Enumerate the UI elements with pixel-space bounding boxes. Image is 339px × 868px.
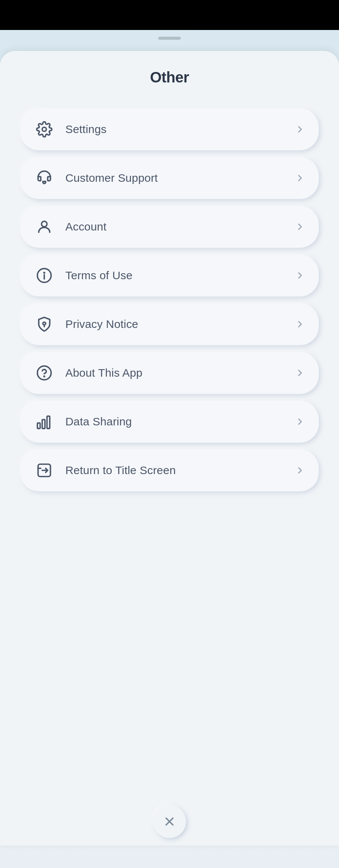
svg-point-0 xyxy=(42,127,46,132)
bottom-spacer xyxy=(0,491,339,566)
menu-item-data-sharing[interactable]: Data Sharing xyxy=(20,401,319,443)
customer-support-chevron xyxy=(295,173,305,183)
screen-wrapper: Other Settings xyxy=(0,30,339,868)
privacy-icon xyxy=(34,314,55,335)
status-bar xyxy=(0,0,339,30)
account-chevron xyxy=(295,221,305,232)
close-button-area xyxy=(0,805,339,838)
menu-item-settings[interactable]: Settings xyxy=(20,108,319,150)
settings-label: Settings xyxy=(65,123,106,136)
menu-list: Settings Cust xyxy=(20,108,319,491)
close-icon xyxy=(163,815,176,828)
settings-icon xyxy=(34,119,55,140)
info-icon xyxy=(34,265,55,286)
menu-item-about-this-app[interactable]: About This App xyxy=(20,352,319,394)
chart-icon xyxy=(34,411,55,432)
terms-chevron xyxy=(295,270,305,281)
about-app-label: About This App xyxy=(65,367,142,379)
terms-of-use-label: Terms of Use xyxy=(65,269,132,282)
customer-support-label: Customer Support xyxy=(65,172,158,184)
svg-point-1 xyxy=(42,221,47,227)
menu-item-return-to-title[interactable]: Return to Title Screen xyxy=(20,449,319,491)
privacy-chevron xyxy=(295,319,305,329)
svg-point-8 xyxy=(44,376,45,377)
account-icon xyxy=(34,216,55,237)
privacy-notice-label: Privacy Notice xyxy=(65,318,138,331)
data-sharing-chevron xyxy=(295,416,305,427)
headset-icon xyxy=(34,168,55,189)
menu-item-account[interactable]: Account xyxy=(20,206,319,248)
svg-rect-11 xyxy=(47,416,50,428)
menu-item-terms-of-use[interactable]: Terms of Use xyxy=(20,254,319,296)
return-to-title-label: Return to Title Screen xyxy=(65,464,176,477)
question-icon xyxy=(34,362,55,383)
modal-sheet: Other Settings xyxy=(0,51,339,846)
return-icon xyxy=(34,460,55,481)
settings-chevron xyxy=(295,124,305,135)
menu-item-privacy-notice[interactable]: Privacy Notice xyxy=(20,303,319,345)
menu-item-customer-support[interactable]: Customer Support xyxy=(20,157,319,199)
svg-rect-9 xyxy=(38,423,40,429)
svg-rect-10 xyxy=(42,420,45,429)
return-chevron xyxy=(295,465,305,476)
page-title: Other xyxy=(150,69,189,86)
about-chevron xyxy=(295,368,305,378)
account-label: Account xyxy=(65,220,106,233)
data-sharing-label: Data Sharing xyxy=(65,415,132,428)
close-button[interactable] xyxy=(153,805,186,838)
drag-handle xyxy=(158,37,181,40)
